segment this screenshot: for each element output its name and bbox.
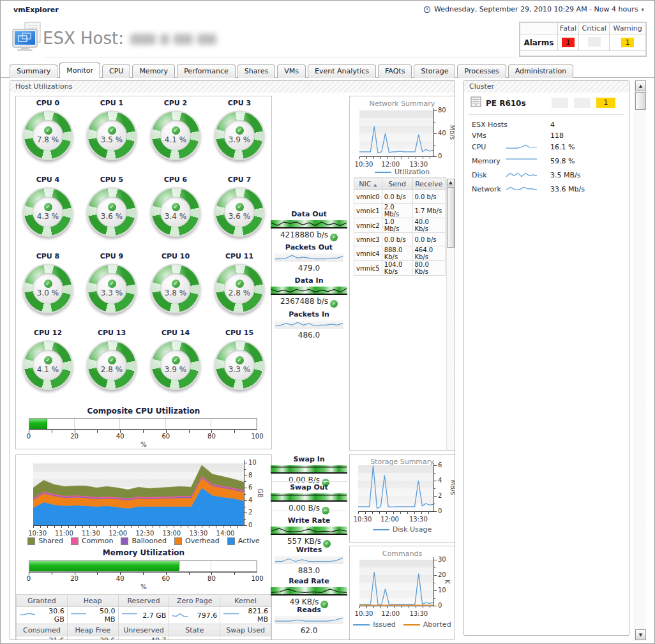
ok-status-icon: ✓ [172, 203, 180, 211]
tab-monitor[interactable]: Monitor [59, 63, 100, 78]
tab-faqts[interactable]: FAQts [378, 64, 412, 78]
nic-table-scrollbar[interactable]: ▲ ▼ [446, 179, 454, 451]
alarms-col-warning: Warning [610, 23, 646, 34]
tab-summary[interactable]: Summary [10, 64, 57, 78]
memory-utilization-gauge [29, 560, 257, 572]
cluster-critical-chip[interactable] [574, 98, 591, 108]
metric-reads: Reads 62.0 [271, 606, 347, 635]
tab-administration[interactable]: Administration [508, 64, 574, 78]
ok-status-icon: ✓ [236, 356, 244, 364]
mem-col-header: Consumed [17, 624, 68, 636]
cpu-gauge[interactable]: ✓3.4 % [151, 187, 200, 237]
nic-row[interactable]: vmnic21.0 Mb/s40.0 Kb/s [354, 218, 446, 233]
scroll-down-button[interactable]: ▼ [635, 629, 646, 640]
mem-value-cell: 0.0 KB [220, 636, 271, 641]
cpu-gauge[interactable]: ✓7.8 % [23, 110, 73, 160]
cluster-warning-chip[interactable]: 1 [596, 98, 615, 108]
legend-swatch [227, 537, 235, 545]
mem-col-header: Granted [17, 595, 68, 607]
legend-swatch [373, 529, 389, 530]
vmexplorer-page: vmExplorer Wednesday, September 29, 2010… [0, 0, 655, 644]
cpu-label: CPU 11 [207, 252, 271, 262]
tab-vms[interactable]: VMs [277, 64, 306, 78]
cpu-gauge[interactable]: ✓3.8 % [151, 264, 200, 313]
alarms-corner-cell [520, 23, 558, 34]
mem-value-cell: 2.7 GB [118, 607, 169, 624]
nic-row[interactable]: vmnic5104.0 Kb/s80.0 Kb/s [354, 261, 446, 276]
cpu-gauge[interactable]: ✓4.1 % [151, 110, 200, 160]
alarm-count-critical[interactable] [579, 34, 610, 51]
tab-storage[interactable]: Storage [414, 64, 455, 78]
mem-col-header: Reserved [118, 595, 169, 607]
metric-packets-in: Packets In 486.0 [271, 310, 347, 340]
cpu-gauge[interactable]: ✓3.3 % [215, 340, 264, 390]
cpu-trend-sparkline [506, 143, 538, 151]
ok-status-icon: ✓ [172, 356, 180, 364]
metric-write-rate: Write Rate 557 KB/s✓ [271, 516, 347, 548]
tab-memory[interactable]: Memory [132, 64, 175, 78]
cpu-label: CPU 5 [80, 176, 144, 186]
cluster-fatal-chip[interactable] [552, 98, 568, 108]
disk-trend-sparkline [506, 171, 538, 179]
swap-out-sparkbar [271, 493, 347, 502]
ok-status-icon: ✓ [330, 234, 338, 241]
tab-cpu[interactable]: CPU [102, 64, 130, 78]
legend-swatch [403, 624, 420, 625]
cpu-gauge[interactable]: ✓2.8 % [215, 264, 264, 313]
ok-status-icon: ✓ [108, 356, 116, 364]
scroll-up-button[interactable]: ▲ [635, 80, 646, 91]
time-range-picker[interactable]: Wednesday, September 29, 2010 10:29 AM -… [423, 5, 644, 13]
mem-value-cell: 31.6 GB [17, 636, 68, 641]
data-out-sparkbar [271, 220, 347, 228]
cpu-gauge[interactable]: ✓4.3 % [23, 187, 73, 237]
cpu-label: CPU 8 [16, 252, 80, 262]
nic-row[interactable]: vmnic30.0 b/s0.0 b/s [354, 233, 446, 246]
cpu-gauge[interactable]: ✓3.0 % [23, 264, 73, 313]
cpu-label: CPU 15 [207, 329, 271, 339]
server-icon [471, 96, 482, 109]
tab-processes[interactable]: Processes [457, 64, 506, 78]
cluster-name-link[interactable]: PE R610s [486, 99, 526, 108]
mem-value-cell: 30.6 GB [17, 607, 68, 624]
mem-value-cell: 821.6 MB [220, 607, 271, 624]
page-title: ESX Host: [43, 29, 216, 48]
ok-status-icon: ✓ [172, 280, 180, 288]
tab-event-analytics[interactable]: Event Analytics [308, 64, 376, 78]
memory-breakdown-legend: SharedCommonBalloonedOverheadActive [16, 537, 271, 545]
cpu-gauge[interactable]: ✓3.9 % [151, 340, 200, 390]
scrollbar-thumb[interactable] [635, 92, 646, 110]
cpu-gauge[interactable]: ✓3.6 % [87, 187, 137, 237]
cpu-gauge[interactable]: ✓3.3 % [87, 264, 137, 313]
scroll-up-button[interactable]: ▲ [447, 179, 455, 186]
composite-cpu-tick-labels: 020406080100 [29, 433, 257, 440]
send-col-header[interactable]: Send [382, 178, 412, 190]
cpu-gauge[interactable]: ✓2.8 % [87, 340, 137, 390]
mem-value-cell: 0.0 KB [169, 636, 220, 641]
scrollbar-thumb[interactable] [447, 187, 455, 248]
cpu-gauges-box: CPU 0✓7.8 % CPU 1✓3.5 % CPU 2✓4.1 % CPU … [15, 96, 272, 449]
cpu-label: CPU 12 [16, 329, 80, 339]
tab-shares[interactable]: Shares [237, 64, 275, 78]
cpu-gauge[interactable]: ✓3.6 % [215, 187, 264, 237]
cpu-gauge[interactable]: ✓3.9 % [215, 110, 264, 160]
receive-col-header[interactable]: Receive [412, 178, 446, 190]
time-range-label: Wednesday, September 29, 2010 10:29 AM -… [434, 5, 638, 13]
nic-row[interactable]: vmnic00.0 b/s0.0 b/s [354, 190, 446, 204]
main-scrollbar[interactable]: ▲ ▼ [635, 80, 645, 641]
commands-chart: 0102030K10:3012:0013:30 [350, 558, 455, 622]
cpu-label: CPU 4 [16, 176, 80, 186]
nic-col-header[interactable]: NIC ▲ [354, 178, 382, 190]
mem-col-header: Heap [67, 595, 118, 607]
tab-performance[interactable]: Performance [177, 64, 236, 78]
memory-box: 0246810GB10:3011:0011:3012:0012:3013:001… [15, 454, 272, 640]
alarm-count-fatal[interactable]: 1 [557, 34, 578, 51]
reads-sparkline [275, 616, 343, 624]
cpu-gauge[interactable]: ✓4.1 % [23, 340, 73, 390]
alarm-count-warning[interactable]: 1 [610, 34, 646, 51]
packets-in-sparkline [275, 320, 343, 329]
clock-icon [423, 6, 431, 13]
nic-row[interactable]: vmnic4888.0 Kb/s464.0 Kb/s [354, 246, 446, 261]
legend-swatch [27, 537, 35, 545]
cpu-gauge[interactable]: ✓3.5 % [87, 110, 137, 160]
nic-row[interactable]: vmnic12.0 Mb/s1.7 Mb/s [354, 204, 446, 218]
